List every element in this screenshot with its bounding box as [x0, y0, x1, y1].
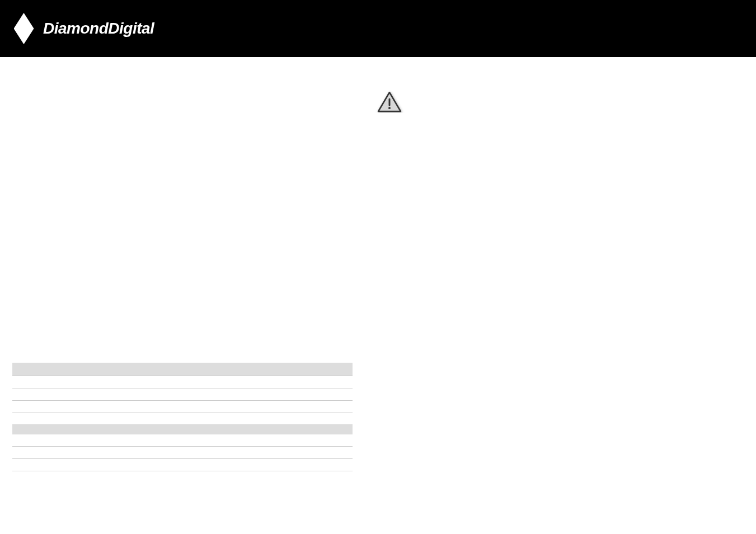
- page-header: DiamondDigital: [0, 0, 756, 57]
- brand-name: DiamondDigital: [43, 20, 154, 38]
- content-area: [0, 57, 756, 113]
- warning-icon: [376, 91, 403, 113]
- svg-point-1: [388, 107, 391, 109]
- diamond-logo-icon: [11, 9, 36, 48]
